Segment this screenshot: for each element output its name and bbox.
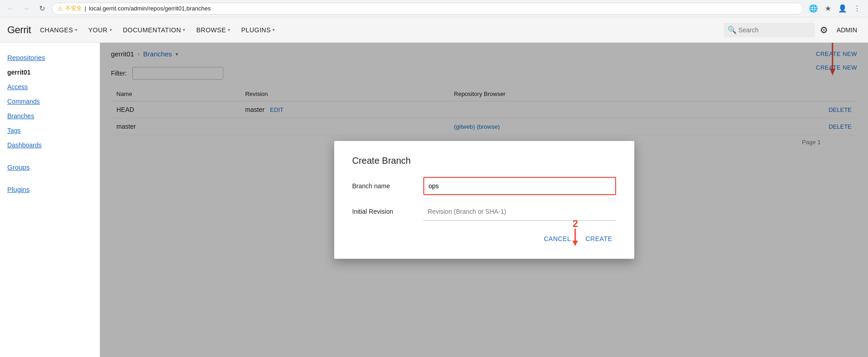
forward-button[interactable]: → <box>21 3 32 14</box>
branch-name-row: Branch name <box>352 177 616 195</box>
translate-button[interactable]: 🌐 <box>808 3 819 14</box>
admin-button[interactable]: ADMIN <box>833 26 861 34</box>
sidebar-item-tags[interactable]: Tags <box>0 123 100 138</box>
app-header: Gerrit CHANGES ▾ YOUR ▾ DOCUMENTATION ▾ … <box>0 17 868 43</box>
menu-button[interactable]: ⋮ <box>852 3 863 14</box>
sidebar-item-dashboards[interactable]: Dashboards <box>0 138 100 152</box>
profile-button[interactable]: 👤 <box>837 3 848 14</box>
cancel-button[interactable]: CANCEL <box>540 231 575 246</box>
nav-your[interactable]: YOUR ▾ <box>83 17 117 43</box>
sidebar-item-branches[interactable]: Branches <box>0 109 100 123</box>
search-wrap: 🔍 <box>724 23 815 37</box>
docs-chevron-icon: ▾ <box>183 27 186 32</box>
back-button[interactable]: ← <box>5 3 16 14</box>
initial-revision-label: Initial Revision <box>352 208 416 215</box>
sidebar: Repositories gerrit01 Access Commands Br… <box>0 43 100 357</box>
sidebar-item-commands[interactable]: Commands <box>0 94 100 109</box>
nav-plugins[interactable]: PLUGINS ▾ <box>236 17 281 43</box>
sidebar-item-gerrit01[interactable]: gerrit01 <box>0 65 100 80</box>
nav-changes[interactable]: CHANGES ▾ <box>35 17 83 43</box>
create-button[interactable]: CREATE <box>582 231 616 246</box>
app-body: Repositories gerrit01 Access Commands Br… <box>0 43 868 357</box>
modal-overlay: Create Branch Branch name Initial Revisi… <box>100 43 868 357</box>
browser-chrome: ← → ↻ ⚠ 不安全 | local.gerrit.com/admin/rep… <box>0 0 868 17</box>
app-logo: Gerrit <box>7 24 31 36</box>
svg-text:2: 2 <box>572 219 578 229</box>
browser-actions: 🌐 ★ 👤 ⋮ <box>808 3 863 14</box>
search-icon: 🔍 <box>728 25 737 34</box>
sidebar-section-repositories[interactable]: Repositories <box>0 50 100 65</box>
search-input[interactable] <box>724 23 815 37</box>
security-warning-icon: ⚠ <box>58 5 63 12</box>
main-content: gerrit01 › Branches ▾ Filter: CREATE NEW… <box>100 43 868 357</box>
initial-revision-row: Initial Revision <box>352 202 616 221</box>
sidebar-plugins[interactable]: Plugins <box>0 182 100 197</box>
branch-name-input[interactable] <box>423 177 616 195</box>
security-warning-text: 不安全 <box>65 5 82 12</box>
url-text: local.gerrit.com/admin/repos/gerrit01,br… <box>89 5 211 12</box>
initial-revision-input[interactable] <box>423 202 616 221</box>
create-branch-dialog: Create Branch Branch name Initial Revisi… <box>334 141 634 259</box>
changes-chevron-icon: ▾ <box>75 27 78 32</box>
branch-name-label: Branch name <box>352 182 416 190</box>
nav-documentation[interactable]: DOCUMENTATION ▾ <box>117 17 191 43</box>
settings-button[interactable]: ⚙ <box>815 21 833 39</box>
reload-button[interactable]: ↻ <box>36 3 47 14</box>
url-separator: | <box>85 5 86 12</box>
svg-marker-4 <box>572 241 578 246</box>
annotation-arrow-2: 2 <box>571 219 580 246</box>
settings-icon: ⚙ <box>820 25 828 35</box>
sidebar-groups[interactable]: Groups <box>0 160 100 175</box>
your-chevron-icon: ▾ <box>110 27 112 32</box>
dialog-title: Create Branch <box>352 156 616 166</box>
nav-browse[interactable]: BROWSE ▾ <box>191 17 236 43</box>
address-bar: ⚠ 不安全 | local.gerrit.com/admin/repos/ger… <box>52 3 803 15</box>
bookmark-button[interactable]: ★ <box>823 3 833 14</box>
plugins-chevron-icon: ▾ <box>272 27 275 32</box>
browse-chevron-icon: ▾ <box>228 27 231 32</box>
sidebar-item-access[interactable]: Access <box>0 80 100 94</box>
